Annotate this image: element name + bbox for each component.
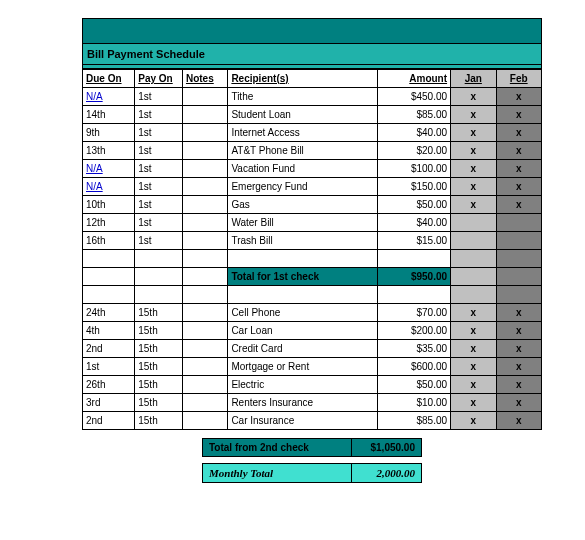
cell-notes[interactable] (182, 304, 227, 322)
cell-recipient[interactable]: Vacation Fund (228, 160, 378, 178)
cell-due[interactable]: 2nd (83, 340, 135, 358)
cell-due[interactable]: 13th (83, 142, 135, 160)
cell-feb[interactable]: x (496, 196, 542, 214)
cell-jan[interactable]: x (451, 178, 496, 196)
cell-pay[interactable]: 15th (135, 322, 183, 340)
cell-recipient[interactable]: Renters Insurance (228, 394, 378, 412)
cell-amount[interactable]: $50.00 (378, 376, 451, 394)
blank-cell[interactable] (228, 286, 378, 304)
cell-due[interactable]: 1st (83, 358, 135, 376)
cell-notes[interactable] (182, 214, 227, 232)
cell-amount[interactable]: $35.00 (378, 340, 451, 358)
cell-recipient[interactable]: Car Loan (228, 322, 378, 340)
blank-cell[interactable] (135, 286, 183, 304)
cell-amount[interactable]: $600.00 (378, 358, 451, 376)
cell-notes[interactable] (182, 160, 227, 178)
cell-feb[interactable]: x (496, 178, 542, 196)
cell-pay[interactable]: 1st (135, 214, 183, 232)
cell-pay[interactable]: 1st (135, 178, 183, 196)
cell-pay[interactable]: 15th (135, 340, 183, 358)
cell-recipient[interactable]: Electric (228, 376, 378, 394)
cell-amount[interactable]: $450.00 (378, 88, 451, 106)
cell-feb[interactable]: x (496, 160, 542, 178)
cell-notes[interactable] (182, 340, 227, 358)
cell-pay[interactable]: 15th (135, 412, 183, 430)
cell-feb[interactable]: x (496, 340, 542, 358)
cell-amount[interactable]: $40.00 (378, 214, 451, 232)
cell-amount[interactable]: $10.00 (378, 394, 451, 412)
cell-notes[interactable] (182, 196, 227, 214)
cell-notes[interactable] (182, 322, 227, 340)
cell-notes[interactable] (182, 376, 227, 394)
cell-due[interactable]: 14th (83, 106, 135, 124)
blank-cell[interactable] (135, 250, 183, 268)
blank-cell[interactable] (83, 286, 135, 304)
cell-jan[interactable] (451, 268, 496, 286)
cell-due[interactable]: 26th (83, 376, 135, 394)
cell-due[interactable]: N/A (83, 88, 135, 106)
cell-jan[interactable]: x (451, 142, 496, 160)
cell-notes[interactable] (182, 178, 227, 196)
cell-feb[interactable]: x (496, 394, 542, 412)
cell-recipient[interactable]: Trash Bill (228, 232, 378, 250)
cell-jan[interactable]: x (451, 88, 496, 106)
cell-pay[interactable]: 1st (135, 106, 183, 124)
cell-jan[interactable]: x (451, 196, 496, 214)
cell-amount[interactable]: $85.00 (378, 106, 451, 124)
cell-pay[interactable]: 15th (135, 304, 183, 322)
cell-due[interactable]: N/A (83, 160, 135, 178)
cell-jan[interactable] (451, 214, 496, 232)
cell-jan[interactable]: x (451, 124, 496, 142)
cell-recipient[interactable]: Gas (228, 196, 378, 214)
cell-jan[interactable]: x (451, 412, 496, 430)
cell-jan[interactable]: x (451, 322, 496, 340)
cell-notes[interactable] (182, 88, 227, 106)
blank-cell[interactable] (83, 250, 135, 268)
cell-jan[interactable] (451, 232, 496, 250)
blank-cell[interactable] (228, 250, 378, 268)
cell-feb[interactable]: x (496, 412, 542, 430)
cell-pay[interactable]: 1st (135, 124, 183, 142)
cell-pay[interactable]: 15th (135, 376, 183, 394)
blank-cell[interactable] (496, 286, 542, 304)
cell-amount[interactable]: $40.00 (378, 124, 451, 142)
cell-jan[interactable]: x (451, 340, 496, 358)
cell-due[interactable]: 3rd (83, 394, 135, 412)
cell-due[interactable]: 9th (83, 124, 135, 142)
cell-due[interactable]: 2nd (83, 412, 135, 430)
cell-feb[interactable]: x (496, 124, 542, 142)
cell-pay[interactable]: 1st (135, 232, 183, 250)
cell-recipient[interactable]: Cell Phone (228, 304, 378, 322)
cell-notes[interactable] (182, 124, 227, 142)
cell-amount[interactable]: $50.00 (378, 196, 451, 214)
blank-cell[interactable] (83, 268, 135, 286)
blank-cell[interactable] (378, 250, 451, 268)
cell-recipient[interactable]: Mortgage or Rent (228, 358, 378, 376)
blank-cell[interactable] (496, 250, 542, 268)
cell-notes[interactable] (182, 394, 227, 412)
cell-recipient[interactable]: AT&T Phone Bill (228, 142, 378, 160)
cell-jan[interactable]: x (451, 358, 496, 376)
cell-recipient[interactable]: Credit Card (228, 340, 378, 358)
cell-jan[interactable]: x (451, 376, 496, 394)
cell-feb[interactable]: x (496, 358, 542, 376)
cell-amount[interactable]: $20.00 (378, 142, 451, 160)
cell-notes[interactable] (182, 232, 227, 250)
cell-amount[interactable]: $70.00 (378, 304, 451, 322)
blank-cell[interactable] (182, 268, 227, 286)
cell-jan[interactable]: x (451, 394, 496, 412)
cell-feb[interactable]: x (496, 106, 542, 124)
blank-cell[interactable] (182, 250, 227, 268)
cell-feb[interactable] (496, 268, 542, 286)
blank-cell[interactable] (451, 250, 496, 268)
cell-feb[interactable] (496, 232, 542, 250)
cell-due[interactable]: 16th (83, 232, 135, 250)
cell-feb[interactable] (496, 214, 542, 232)
cell-recipient[interactable]: Tithe (228, 88, 378, 106)
cell-jan[interactable]: x (451, 106, 496, 124)
cell-jan[interactable]: x (451, 160, 496, 178)
cell-pay[interactable]: 15th (135, 358, 183, 376)
cell-amount[interactable]: $200.00 (378, 322, 451, 340)
cell-feb[interactable]: x (496, 304, 542, 322)
blank-cell[interactable] (135, 268, 183, 286)
